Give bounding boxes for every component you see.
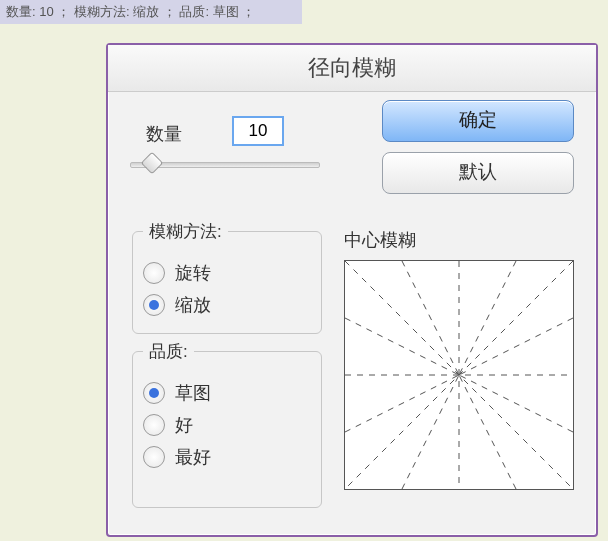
svg-line-6 — [345, 318, 459, 375]
blur-center-preview[interactable] — [344, 260, 574, 490]
radio-label: 最好 — [175, 445, 211, 469]
quality-best-radio[interactable]: 最好 — [143, 445, 311, 469]
slider-thumb[interactable] — [141, 152, 164, 175]
svg-line-5 — [459, 261, 516, 375]
svg-line-11 — [459, 375, 516, 489]
radio-label: 缩放 — [175, 293, 211, 317]
info-method-v: 缩放 — [133, 4, 159, 19]
ok-button[interactable]: 确定 — [382, 100, 574, 142]
info-method-k: 模糊方法: — [74, 4, 130, 19]
radio-icon — [143, 414, 165, 436]
blur-center-label: 中心模糊 — [344, 228, 416, 252]
radio-icon — [143, 262, 165, 284]
method-spin-radio[interactable]: 旋转 — [143, 261, 311, 285]
svg-line-8 — [459, 318, 573, 375]
amount-input[interactable] — [232, 116, 284, 146]
method-zoom-radio[interactable]: 缩放 — [143, 293, 311, 317]
quality-legend: 品质: — [143, 340, 194, 363]
quality-draft-radio[interactable]: 草图 — [143, 381, 311, 405]
blur-method-legend: 模糊方法: — [143, 220, 228, 243]
radio-icon — [143, 446, 165, 468]
radio-label: 草图 — [175, 381, 211, 405]
radial-blur-dialog: 径向模糊 数量 确定 默认 模糊方法: 旋转 缩放 品质: 草图 — [106, 43, 598, 537]
info-amount-k: 数量: — [6, 4, 36, 19]
quality-good-radio[interactable]: 好 — [143, 413, 311, 437]
radio-label: 旋转 — [175, 261, 211, 285]
amount-label: 数量 — [146, 122, 182, 146]
svg-line-4 — [402, 261, 459, 375]
radio-icon — [143, 294, 165, 316]
svg-line-7 — [345, 375, 459, 432]
zoom-preview-icon — [345, 261, 573, 489]
amount-slider[interactable] — [130, 154, 320, 174]
radio-label: 好 — [175, 413, 193, 437]
dialog-title: 径向模糊 — [108, 45, 596, 92]
info-bar: 数量: 10 ； 模糊方法: 缩放 ； 品质: 草图 ； — [0, 0, 302, 24]
radio-icon — [143, 382, 165, 404]
info-amount-v: 10 — [39, 4, 53, 19]
quality-group: 品质: 草图 好 最好 — [132, 340, 322, 508]
svg-line-9 — [459, 375, 573, 432]
info-quality-k: 品质: — [179, 4, 209, 19]
svg-line-10 — [402, 375, 459, 489]
default-button[interactable]: 默认 — [382, 152, 574, 194]
info-quality-v: 草图 — [213, 4, 239, 19]
blur-method-group: 模糊方法: 旋转 缩放 — [132, 220, 322, 334]
